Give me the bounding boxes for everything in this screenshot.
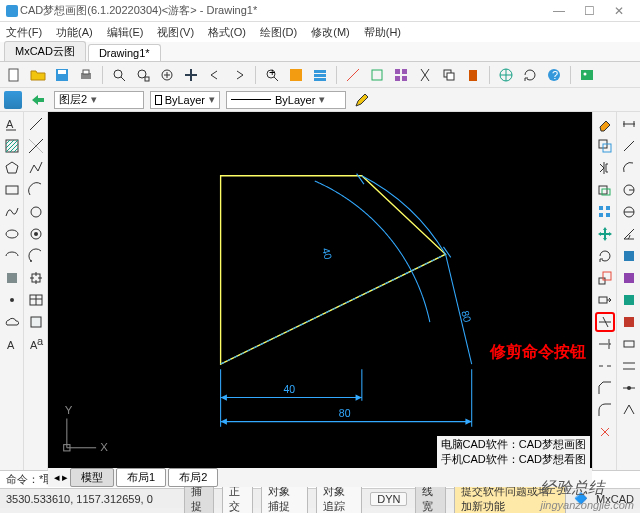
offset-icon[interactable] [595, 180, 615, 200]
color-dropdown[interactable]: ByLayer [150, 91, 220, 109]
insert-icon[interactable] [26, 268, 46, 288]
zoom-prev-icon[interactable] [157, 65, 177, 85]
zoom-extents-icon[interactable] [133, 65, 153, 85]
centermark-icon[interactable] [619, 356, 639, 376]
btab-prev-icon[interactable]: ◂ [54, 471, 60, 484]
menu-help[interactable]: 帮助(H) [364, 25, 401, 40]
copy-icon[interactable] [439, 65, 459, 85]
dim-baseline-icon[interactable] [619, 268, 639, 288]
dim-quick-icon[interactable] [619, 246, 639, 266]
tolerance-icon[interactable] [619, 334, 639, 354]
dist-icon[interactable] [343, 65, 363, 85]
extend-icon[interactable] [595, 334, 615, 354]
move-icon[interactable] [595, 224, 615, 244]
text-tool-icon[interactable]: A [2, 114, 22, 134]
table-icon[interactable] [26, 290, 46, 310]
erase-icon[interactable] [595, 114, 615, 134]
redo-icon[interactable] [229, 65, 249, 85]
pan-icon[interactable] [181, 65, 201, 85]
dim-edit-icon[interactable] [619, 378, 639, 398]
image-icon[interactable] [577, 65, 597, 85]
dim-linear-icon[interactable] [619, 114, 639, 134]
btab-next-icon[interactable]: ▸ [62, 471, 68, 484]
zoom-window-icon[interactable] [109, 65, 129, 85]
dim-aligned-icon[interactable] [619, 136, 639, 156]
ortho-toggle[interactable]: 正交 [222, 483, 252, 514]
otrack-toggle[interactable]: 对象追踪 [316, 483, 363, 514]
dim-style-icon[interactable] [619, 400, 639, 420]
polygon-icon[interactable] [2, 158, 22, 178]
rotate-icon[interactable] [520, 65, 540, 85]
mtext-icon[interactable]: Aa [26, 334, 46, 354]
snap-toggle[interactable]: 捕捉 [184, 483, 214, 514]
paste-icon[interactable] [463, 65, 483, 85]
dim-arc-icon[interactable] [619, 158, 639, 178]
open-icon[interactable] [28, 65, 48, 85]
menu-func[interactable]: 功能(A) [56, 25, 93, 40]
menu-modify[interactable]: 修改(M) [311, 25, 350, 40]
menu-format[interactable]: 格式(O) [208, 25, 246, 40]
menu-edit[interactable]: 编辑(E) [107, 25, 144, 40]
dim-diameter-icon[interactable] [619, 202, 639, 222]
scale-icon[interactable] [595, 268, 615, 288]
rectangle-icon[interactable] [2, 180, 22, 200]
dim-continue-icon[interactable] [619, 290, 639, 310]
dim-angular-icon[interactable] [619, 224, 639, 244]
grid-icon[interactable] [391, 65, 411, 85]
save-icon[interactable] [52, 65, 72, 85]
circle-icon[interactable] [26, 202, 46, 222]
copy2-icon[interactable] [595, 136, 615, 156]
cut-icon[interactable] [415, 65, 435, 85]
menu-file[interactable]: 文件(F) [6, 25, 42, 40]
cloud-icon[interactable] [2, 312, 22, 332]
linetype-dropdown[interactable]: ByLayer [226, 91, 346, 109]
menu-view[interactable]: 视图(V) [157, 25, 194, 40]
btab-layout1[interactable]: 布局1 [116, 468, 166, 487]
new-icon[interactable] [4, 65, 24, 85]
rotate2-icon[interactable] [595, 246, 615, 266]
explode-icon[interactable] [595, 422, 615, 442]
xline-icon[interactable] [26, 136, 46, 156]
fillet-icon[interactable] [595, 400, 615, 420]
btab-layout2[interactable]: 布局2 [168, 468, 218, 487]
pencil-icon[interactable] [352, 90, 372, 110]
arc-icon[interactable] [26, 180, 46, 200]
maximize-button[interactable]: ☐ [574, 4, 604, 18]
zoom-realtime-icon[interactable]: + [262, 65, 282, 85]
spline-icon[interactable] [2, 202, 22, 222]
hatch-icon[interactable] [2, 136, 22, 156]
tab-drawing1[interactable]: Drawing1* [88, 44, 161, 61]
layer-prev-icon[interactable] [28, 90, 48, 110]
mirror-icon[interactable] [595, 158, 615, 178]
lineweight-toggle[interactable]: 线宽 [415, 483, 445, 514]
ellipse-icon[interactable] [2, 224, 22, 244]
osnap-toggle[interactable]: 对象捕捉 [261, 483, 308, 514]
layer-manager-icon[interactable] [4, 91, 22, 109]
array-icon[interactable] [595, 202, 615, 222]
polyline-icon[interactable] [26, 158, 46, 178]
ellipse-arc-icon[interactable] [2, 246, 22, 266]
tab-cloud[interactable]: MxCAD云图 [4, 41, 86, 61]
leader-icon[interactable] [619, 312, 639, 332]
undo-icon[interactable] [205, 65, 225, 85]
break-icon[interactable] [595, 356, 615, 376]
chamfer-icon[interactable] [595, 378, 615, 398]
text-a-icon[interactable]: A [2, 334, 22, 354]
trim-icon[interactable] [595, 312, 615, 332]
line-icon[interactable] [26, 114, 46, 134]
area-icon[interactable] [367, 65, 387, 85]
drawing-canvas[interactable]: 40 80 40 80 Y X [48, 112, 592, 468]
globe-icon[interactable] [496, 65, 516, 85]
layers-icon[interactable] [310, 65, 330, 85]
dyn-toggle[interactable]: DYN [370, 492, 407, 506]
layer-dropdown[interactable]: 图层2 [54, 91, 144, 109]
minimize-button[interactable]: — [544, 4, 574, 18]
menu-draw[interactable]: 绘图(D) [260, 25, 297, 40]
dim-radius-icon[interactable] [619, 180, 639, 200]
arc2-icon[interactable] [26, 246, 46, 266]
donut-icon[interactable] [26, 224, 46, 244]
region-icon[interactable] [26, 312, 46, 332]
print-icon[interactable] [76, 65, 96, 85]
help-icon[interactable]: ? [544, 65, 564, 85]
btab-model[interactable]: 模型 [70, 468, 114, 487]
